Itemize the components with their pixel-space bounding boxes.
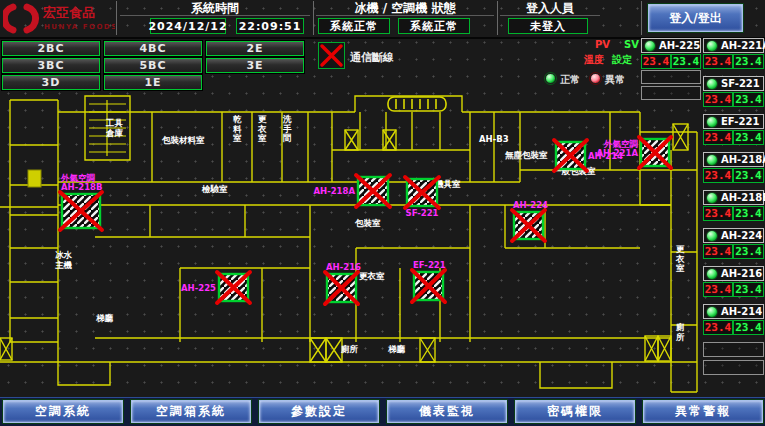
menu-button-ac-system[interactable]: 空調系統 [3,400,123,423]
unit-name: AH-224 [721,230,762,241]
pv-legend: PV [595,39,610,50]
door-x-icon [0,338,12,360]
unit-cell-ah-218a[interactable]: AH-218A [703,152,764,167]
unit-cell-ah-216[interactable]: AH-216 [703,266,764,281]
door-x-icon [658,336,671,361]
room-label: 無塵包裝室 [504,150,548,160]
floor-button-1e[interactable]: 1E [104,75,202,90]
ahu-marker-label: 外氣空調AH-221A [596,139,638,158]
unit-name: AH-225 [659,40,700,51]
menu-button-parameters[interactable]: 參數設定 [259,400,379,423]
menu-button-alarm[interactable]: 異常警報 [643,400,763,423]
floor-button-4bc[interactable]: 4BC [104,41,202,56]
temp-legend: 溫度 [584,53,604,67]
unit-sv-value: 23.4 [671,54,701,69]
unit-name: AH-218B [721,192,765,203]
door-icon [28,170,41,187]
unit-status-led [644,40,656,52]
unit-name: AH-214 [721,306,762,317]
empty-cell [703,342,764,357]
divider [313,1,314,35]
unit-name: AH-216 [721,268,762,279]
ahu-marker-sf-221[interactable]: SF-221 [405,177,439,218]
unit-cell-ah-221a[interactable]: AH-221A [703,38,764,53]
floorplan: 工具倉庫包裝材料室乾料室更衣室洗手間AH-B3無塵包裝室一般包裝室檢驗室加工機具… [0,92,712,398]
ahu-marker-ef-221[interactable]: EF-221 [412,260,446,302]
normal-legend: 正常 [560,73,580,87]
floor-button-3bc[interactable]: 3BC [2,58,100,73]
unit-cell-ah-214[interactable]: AH-214 [703,304,764,319]
company-logo: 宏亞食品 HUNYA FOODS [3,2,115,35]
room-label: AH-B3 [479,134,509,144]
floor-button-3e[interactable]: 3E [206,58,304,73]
chiller-status-value: 系統正常 [318,18,390,34]
ahu-marker-ah-224[interactable]: AH-224 [512,200,548,241]
setpoint-legend: 設定 [612,53,632,67]
comm-loss-label: 通信斷線 [350,50,394,65]
ahu-marker-label: EF-221 [413,260,446,270]
menu-button-password[interactable]: 密碼權限 [515,400,635,423]
ahu-marker-ah-225[interactable]: AH-225 [181,272,250,303]
unit-cell-ef-221[interactable]: EF-221 [703,114,764,129]
unit-pv-value: 23.4 [703,54,733,69]
unit-status-led [706,78,718,90]
unit-status-led [706,116,718,128]
menu-button-meters[interactable]: 儀表監視 [387,400,507,423]
unit-pv-value: 23.4 [703,244,733,259]
empty-cell [703,360,764,375]
divider [497,1,498,35]
unit-name: EF-221 [721,116,759,127]
door-x-icon [310,338,326,362]
ahu-status-value: 系統正常 [398,18,470,34]
system-date-value: 2024/12/12 [150,18,226,34]
unit-sv-value: 23.4 [733,244,764,259]
unit-status-led [706,154,718,166]
unit-sv-value: 23.4 [733,320,764,335]
room-label: 洗手間 [282,114,292,143]
room-label: 包裝室 [354,218,381,228]
divider [116,1,117,35]
floor-button-2e[interactable]: 2E [206,41,304,56]
header-bar: 宏亞食品 HUNYA FOODS 系統時間 2024/12/12 22:09:5… [0,0,765,39]
unit-cell-sf-221[interactable]: SF-221 [703,76,764,91]
ahu-marker-ah-218b[interactable]: 外氣空調AH-218B [60,173,102,230]
scada-hmi-screen: 宏亞食品 HUNYA FOODS 系統時間 2024/12/12 22:09:5… [0,0,765,426]
room-label: 更衣室 [359,271,385,281]
floor-button-5bc[interactable]: 5BC [104,58,202,73]
empty-cell [641,86,701,100]
unit-cell-ah-224[interactable]: AH-224 [703,228,764,243]
ahu-marker-label: AH-218A [313,186,355,196]
room-label: 廁所 [340,344,359,354]
unit-pv-value: 23.4 [703,130,733,145]
ahu-marker-ah-221a[interactable]: 外氣空調AH-221A [596,137,671,168]
unit-pv-value: 23.4 [703,206,733,221]
room-label: 梯廳 [95,313,114,323]
ahu-marker-label: AH-225 [181,283,216,293]
unit-status-led [706,192,718,204]
ahu-marker-label: AH-224 [513,200,548,210]
ahu-marker-label: SF-221 [406,208,439,218]
room-label: 檢驗室 [201,184,228,194]
floor-button-2bc[interactable]: 2BC [2,41,100,56]
logo-graphic: 宏亞食品 HUNYA FOODS [3,2,115,35]
ahu-marker-ah-218a[interactable]: AH-218A [313,175,390,207]
door-x-icon [326,338,342,362]
login-logout-button[interactable]: 登入/登出 [648,4,743,32]
unit-status-led [706,306,718,318]
room-label: 冰水主機 [55,250,73,270]
machine-status-label: 冰機 / 空調機 狀態 [316,2,494,16]
unit-name: SF-221 [721,78,760,89]
unit-cell-ah-225[interactable]: AH-225 [641,38,701,53]
unit-cell-ah-218b[interactable]: AH-218B [703,190,764,205]
room-label: 包裝材料室 [161,135,205,145]
floor-button-3d[interactable]: 3D [2,75,100,90]
unit-sv-value: 23.4 [733,282,764,297]
abnormal-led-icon [590,73,601,84]
door-x-icon [645,336,658,361]
menu-button-ahu-system[interactable]: 空調箱系統 [131,400,251,423]
room-label: 梯廳 [387,344,406,354]
unit-status-led [706,230,718,242]
ahu-marker-label: AH-216 [326,262,361,272]
ahu-marker-ah-216[interactable]: AH-216 [325,262,361,304]
unit-status-led [706,268,718,280]
